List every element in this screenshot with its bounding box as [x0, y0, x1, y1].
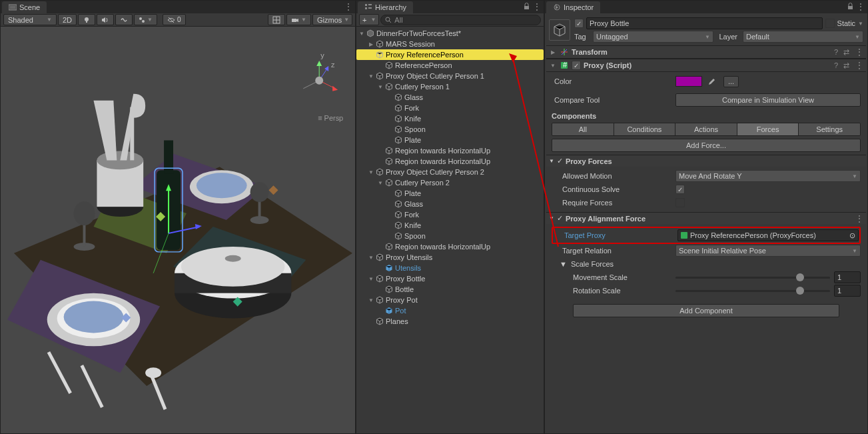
search-input[interactable]: All — [380, 15, 541, 25]
compare-button[interactable]: Compare in Simulation View — [675, 93, 861, 107]
expand-toggle-icon[interactable]: ▼ — [358, 31, 366, 37]
2d-toggle[interactable]: 2D — [58, 14, 77, 25]
tree-item[interactable]: ▼Proxy Pot — [356, 295, 544, 305]
add-force-button[interactable]: Add Force... — [552, 139, 861, 152]
hierarchy-tree[interactable]: ▼DinnerForTwoForcesTest*▶MARS SessionPro… — [356, 27, 544, 433]
allowed-motion-dropdown[interactable]: Move And Rotate Y▼ — [675, 170, 861, 182]
name-field[interactable] — [586, 17, 823, 29]
tree-item[interactable]: Proxy ReferencePerson — [356, 49, 544, 60]
alignment-force-section[interactable]: ▼✓ Proxy Alignment Force ⋮ — [546, 212, 866, 224]
grid-icon[interactable] — [268, 14, 285, 25]
tab-actions[interactable]: Actions — [675, 123, 737, 135]
eyedropper-icon[interactable] — [706, 77, 715, 86]
inspector-menu-icon[interactable]: ⋮ — [856, 2, 865, 11]
proxy-header[interactable]: ▼ # ✓ Proxy (Script) ? ⇄ ⋮ — [546, 59, 866, 72]
lock-icon[interactable] — [847, 3, 854, 10]
gameobject-icon — [394, 211, 403, 219]
tree-item[interactable]: ▼Proxy Bottle — [356, 273, 544, 284]
require-forces-checkbox[interactable] — [675, 198, 685, 207]
tab-conditions[interactable]: Conditions — [614, 123, 676, 135]
tree-item[interactable]: ▼Cutlery Person 2 — [356, 177, 544, 188]
tree-item[interactable]: Fork — [356, 103, 544, 113]
hierarchy-tab[interactable]: Hierarchy — [358, 1, 413, 13]
expand-toggle-icon[interactable]: ▼ — [367, 169, 375, 175]
tree-item[interactable]: ▼Proxy Object Cutlery Person 2 — [356, 167, 544, 177]
tree-item[interactable]: Spoon — [356, 124, 544, 135]
tree-item[interactable]: ▼Proxy Object Cutlery Person 1 — [356, 71, 544, 81]
tree-item[interactable]: Bottle — [356, 284, 544, 295]
tab-all[interactable]: All — [552, 123, 614, 135]
tree-item[interactable]: Plate — [356, 135, 544, 145]
tab-settings[interactable]: Settings — [799, 123, 860, 135]
rotation-scale-field[interactable] — [834, 285, 861, 297]
hierarchy-menu-icon[interactable]: ⋮ — [532, 2, 541, 11]
tree-item[interactable]: ▼Proxy Utensils — [356, 252, 544, 263]
component-menu-icon[interactable]: ⋮ — [855, 61, 863, 70]
tree-item[interactable]: ▼DinnerForTwoForcesTest* — [356, 28, 544, 39]
rotation-scale-slider[interactable] — [675, 290, 830, 292]
lock-icon[interactable] — [523, 3, 530, 10]
preset-icon[interactable]: ⇄ — [843, 48, 849, 57]
gizmos-dropdown[interactable]: Gizmos▼ — [312, 14, 352, 25]
shading-dropdown[interactable]: Shaded▼ — [3, 14, 57, 25]
movement-scale-field[interactable] — [834, 271, 861, 283]
color-more-button[interactable]: ... — [723, 76, 739, 87]
component-menu-icon[interactable]: ⋮ — [855, 47, 863, 57]
help-icon[interactable]: ? — [834, 61, 838, 69]
tree-item[interactable]: Glass — [356, 199, 544, 209]
active-checkbox[interactable]: ✓ — [574, 19, 584, 28]
expand-toggle-icon[interactable]: ▼ — [376, 84, 384, 90]
tree-item[interactable]: Region towards HorizontalUp — [356, 145, 544, 156]
tree-item[interactable]: Pot — [356, 305, 544, 316]
proxy-enabled-checkbox[interactable]: ✓ — [572, 61, 581, 70]
hidden-toggle-icon[interactable]: 0 — [163, 14, 186, 25]
add-button[interactable]: +▼ — [359, 14, 379, 25]
tree-item[interactable]: Plate — [356, 188, 544, 199]
layer-dropdown[interactable]: Default▼ — [743, 31, 863, 43]
tree-item[interactable]: Region towards HorizontalUp — [356, 241, 544, 252]
tree-item[interactable]: Region towards HorizontalUp — [356, 156, 544, 167]
tree-item[interactable]: Utensils — [356, 263, 544, 273]
tree-item[interactable]: ▼Cutlery Person 1 — [356, 81, 544, 92]
help-icon[interactable]: ? — [834, 48, 838, 56]
tree-item[interactable]: ReferencePerson — [356, 60, 544, 71]
add-component-button[interactable]: Add Component — [573, 304, 839, 317]
expand-toggle-icon[interactable]: ▼ — [367, 297, 375, 303]
expand-toggle-icon[interactable]: ▼ — [367, 276, 375, 282]
expand-toggle-icon[interactable]: ▶ — [367, 41, 375, 47]
gameobject-icon[interactable] — [549, 19, 570, 41]
section-menu-icon[interactable]: ⋮ — [855, 214, 863, 223]
transform-header[interactable]: ▶ Transform ? ⇄ ⋮ — [546, 45, 866, 59]
preset-icon[interactable]: ⇄ — [843, 61, 849, 70]
inspector-tab[interactable]: i Inspector — [546, 1, 600, 13]
camera-icon[interactable]: ▼ — [286, 14, 311, 25]
proxy-forces-section[interactable]: ▼✓ Proxy Forces — [546, 155, 866, 167]
tree-item[interactable]: Glass — [356, 92, 544, 103]
continuous-solve-checkbox[interactable]: ✓ — [675, 185, 685, 194]
fx-toggle-icon[interactable] — [115, 14, 133, 25]
movement-scale-slider[interactable] — [675, 277, 830, 279]
tab-forces[interactable]: Forces — [737, 123, 799, 135]
expand-toggle-icon[interactable]: ▼ — [367, 255, 375, 261]
scene-tab[interactable]: Scene — [2, 1, 47, 13]
tree-item[interactable]: Knife — [356, 220, 544, 231]
tree-item[interactable]: Knife — [356, 113, 544, 124]
static-checkbox[interactable] — [825, 19, 835, 28]
target-proxy-field[interactable]: Proxy ReferencePerson (ProxyForces) ⊙ — [677, 229, 859, 241]
target-relation-dropdown[interactable]: Scene Initial Relative Pose▼ — [675, 245, 861, 257]
lighting-toggle-icon[interactable] — [78, 14, 95, 25]
scene-menu-icon[interactable]: ⋮ — [344, 2, 352, 11]
tree-item[interactable]: Fork — [356, 209, 544, 220]
tree-item[interactable]: Planes — [356, 316, 544, 327]
audio-toggle-icon[interactable] — [97, 14, 114, 25]
color-field[interactable] — [675, 76, 702, 87]
static-dropdown-icon[interactable]: ▼ — [858, 21, 863, 27]
object-picker-icon[interactable]: ⊙ — [849, 231, 855, 240]
tree-item[interactable]: Spoon — [356, 231, 544, 241]
debug-dropdown-icon[interactable]: ▼ — [134, 14, 157, 25]
scene-viewport[interactable]: y z ≡ Persp — [1, 27, 355, 433]
expand-toggle-icon[interactable]: ▼ — [367, 73, 375, 79]
tag-dropdown[interactable]: Untagged▼ — [593, 31, 713, 43]
tree-item[interactable]: ▶MARS Session — [356, 39, 544, 49]
expand-toggle-icon[interactable]: ▼ — [376, 180, 384, 186]
